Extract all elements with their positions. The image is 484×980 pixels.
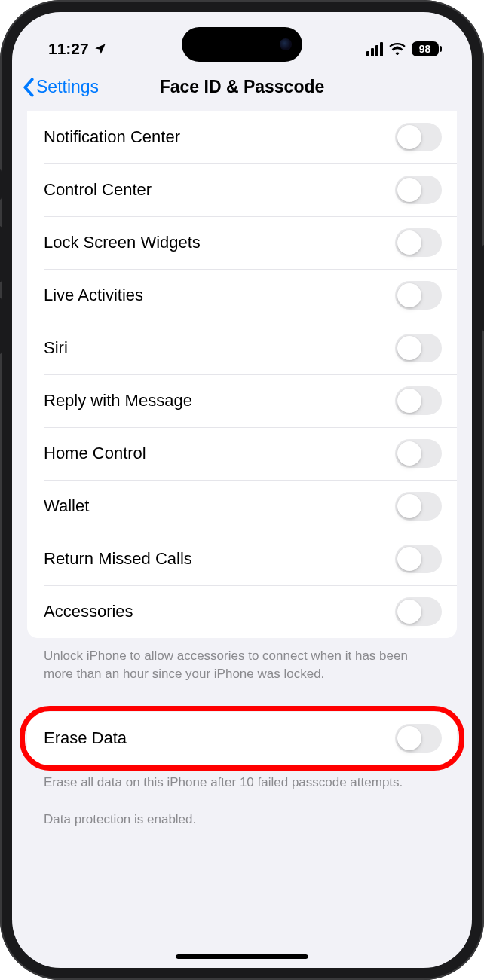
label: Lock Screen Widgets bbox=[44, 233, 201, 252]
iphone-frame: 11:27 98 Setti bbox=[0, 0, 484, 980]
label: Return Missed Calls bbox=[44, 549, 192, 569]
volume-up-button bbox=[0, 226, 2, 282]
label: Notification Center bbox=[44, 127, 180, 147]
wifi-icon bbox=[389, 43, 406, 55]
front-camera-icon bbox=[280, 38, 292, 50]
toggle-switch[interactable] bbox=[395, 281, 442, 310]
status-time: 11:27 bbox=[48, 40, 89, 58]
accessories-footer-text: Unlock iPhone to allow accessories to co… bbox=[27, 638, 457, 683]
battery-percent: 98 bbox=[419, 43, 431, 55]
row-lock-screen-widgets[interactable]: Lock Screen Widgets bbox=[27, 216, 457, 269]
page-title: Face ID & Passcode bbox=[160, 77, 325, 97]
dynamic-island bbox=[182, 27, 302, 62]
toggle-switch[interactable] bbox=[395, 492, 442, 521]
label: Reply with Message bbox=[44, 391, 192, 411]
back-label: Settings bbox=[36, 77, 99, 97]
label: Siri bbox=[44, 338, 68, 358]
row-reply-with-message[interactable]: Reply with Message bbox=[27, 374, 457, 427]
battery-icon: 98 bbox=[412, 41, 443, 56]
label: Home Control bbox=[44, 444, 146, 463]
label: Control Center bbox=[44, 180, 152, 200]
data-protection-footer-text: Data protection is enabled. bbox=[27, 801, 457, 829]
row-return-missed-calls[interactable]: Return Missed Calls bbox=[27, 533, 457, 585]
row-accessories[interactable]: Accessories bbox=[27, 585, 457, 638]
row-home-control[interactable]: Home Control bbox=[27, 427, 457, 480]
volume-down-button bbox=[0, 298, 2, 354]
toggle-switch[interactable] bbox=[395, 176, 442, 204]
toggle-switch[interactable] bbox=[395, 228, 442, 257]
toggle-switch[interactable] bbox=[395, 386, 442, 415]
erase-data-footer-text: Erase all data on this iPhone after 10 f… bbox=[27, 765, 457, 792]
navigation-bar: Settings Face ID & Passcode bbox=[12, 65, 472, 111]
label: Live Activities bbox=[44, 285, 143, 305]
label: Wallet bbox=[44, 496, 89, 516]
row-live-activities[interactable]: Live Activities bbox=[27, 269, 457, 322]
row-notification-center[interactable]: Notification Center bbox=[27, 111, 457, 163]
side-button bbox=[0, 169, 2, 200]
settings-list-group: Notification Center Control Center Lock … bbox=[27, 111, 457, 638]
cellular-signal-icon bbox=[366, 42, 383, 56]
row-control-center[interactable]: Control Center bbox=[27, 163, 457, 216]
toggle-switch[interactable] bbox=[395, 334, 442, 362]
erase-data-group: Erase Data bbox=[27, 712, 457, 765]
toggle-switch[interactable] bbox=[395, 724, 442, 753]
label: Erase Data bbox=[44, 728, 127, 748]
toggle-switch[interactable] bbox=[395, 597, 442, 626]
row-erase-data[interactable]: Erase Data bbox=[27, 712, 457, 765]
toggle-switch[interactable] bbox=[395, 545, 442, 573]
screen: 11:27 98 Setti bbox=[12, 12, 472, 968]
toggle-switch[interactable] bbox=[395, 439, 442, 468]
home-indicator[interactable] bbox=[176, 954, 308, 959]
row-wallet[interactable]: Wallet bbox=[27, 480, 457, 533]
toggle-switch[interactable] bbox=[395, 123, 442, 151]
location-arrow-icon bbox=[93, 42, 107, 56]
back-button[interactable]: Settings bbox=[23, 77, 99, 97]
row-siri[interactable]: Siri bbox=[27, 322, 457, 374]
chevron-left-icon bbox=[23, 78, 35, 97]
label: Accessories bbox=[44, 602, 133, 621]
